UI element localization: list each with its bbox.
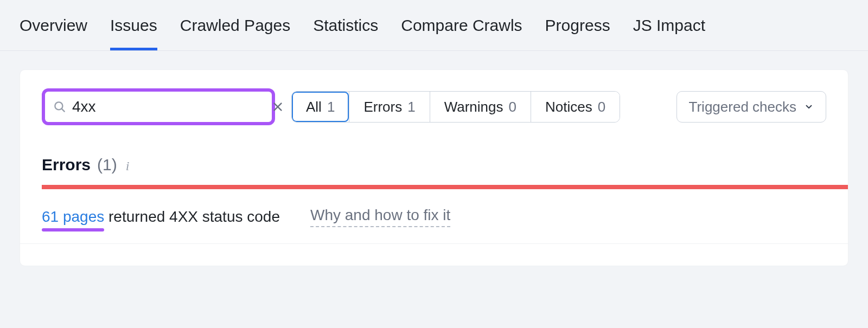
tab-issues[interactable]: Issues: [110, 16, 157, 50]
filter-errors-label: Errors: [363, 99, 402, 115]
search-icon: [53, 100, 67, 114]
filter-errors[interactable]: Errors 1: [349, 92, 429, 122]
main-tabs: Overview Issues Crawled Pages Statistics…: [0, 0, 868, 51]
issue-description: returned 4XX status code: [104, 208, 280, 225]
search-input[interactable]: [67, 98, 272, 115]
triggered-checks-dropdown[interactable]: Triggered checks: [676, 91, 826, 123]
section-title: Errors: [42, 156, 91, 174]
filter-warnings[interactable]: Warnings 0: [430, 92, 531, 122]
issue-pages-link[interactable]: 61 pages: [42, 208, 104, 225]
info-icon[interactable]: i: [124, 159, 130, 173]
tab-statistics[interactable]: Statistics: [313, 16, 378, 50]
svg-line-1: [61, 108, 64, 111]
filter-warnings-count: 0: [508, 99, 516, 115]
filter-all-count: 1: [327, 99, 335, 115]
clear-icon[interactable]: [272, 100, 284, 114]
issues-panel: All 1 Errors 1 Warnings 0 Notices 0 Trig…: [20, 69, 848, 266]
filter-all[interactable]: All 1: [292, 92, 349, 122]
issue-text: 61 pages returned 4XX status code: [42, 208, 280, 226]
filter-warnings-label: Warnings: [444, 99, 503, 115]
filter-all-label: All: [306, 99, 322, 115]
filter-notices-label: Notices: [545, 99, 592, 115]
filter-notices-count: 0: [598, 99, 605, 115]
section-count: (1): [97, 156, 117, 174]
error-severity-bar: [42, 185, 848, 189]
tab-overview[interactable]: Overview: [20, 16, 87, 50]
tab-progress[interactable]: Progress: [545, 16, 610, 50]
issues-toolbar: All 1 Errors 1 Warnings 0 Notices 0 Trig…: [20, 70, 848, 125]
tab-compare-crawls[interactable]: Compare Crawls: [401, 16, 522, 50]
tab-js-impact[interactable]: JS Impact: [633, 16, 705, 50]
errors-section-header: Errors (1) i: [20, 125, 848, 185]
chevron-down-icon: [804, 102, 814, 112]
tab-crawled-pages[interactable]: Crawled Pages: [180, 16, 290, 50]
search-box: [42, 88, 275, 125]
dropdown-label: Triggered checks: [689, 99, 796, 115]
issue-row: 61 pages returned 4XX status code Why an…: [20, 189, 848, 244]
filter-notices[interactable]: Notices 0: [531, 92, 620, 122]
filter-errors-count: 1: [407, 99, 415, 115]
filter-group: All 1 Errors 1 Warnings 0 Notices 0: [291, 91, 620, 123]
why-and-how-link[interactable]: Why and how to fix it: [310, 207, 450, 227]
